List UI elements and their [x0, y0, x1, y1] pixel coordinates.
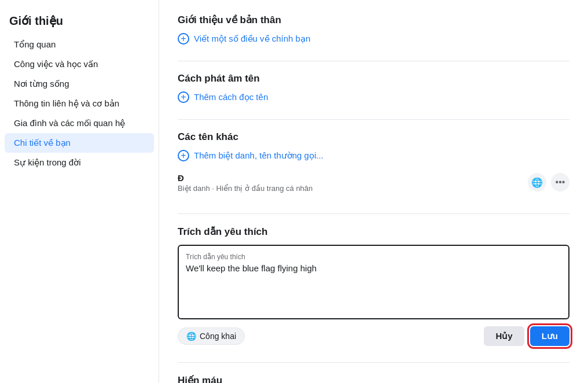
privacy-label: Công khai: [200, 332, 236, 341]
add-intro-icon: +: [178, 33, 189, 45]
divider-2: [178, 119, 569, 120]
action-row: 🌐 Công khai Hủy Lưu: [178, 326, 569, 346]
divider-4: [178, 362, 569, 363]
add-nickname-button[interactable]: + Thêm biệt danh, tên thường gọi...: [178, 150, 569, 161]
nickname-char: Đ: [178, 173, 313, 183]
nickname-sub: Biệt danh · Hiển thị ở đầu trang cá nhân: [178, 184, 313, 193]
sidebar-item-thong-tin[interactable]: Thông tin liên hệ và cơ bản: [5, 94, 154, 113]
nickname-privacy-icon[interactable]: 🌐: [528, 173, 546, 192]
add-intro-label: Viết một số điều về chính bạn: [194, 34, 310, 44]
sidebar-item-cong-viec[interactable]: Công việc và học vấn: [5, 54, 154, 74]
add-nickname-icon: +: [178, 150, 189, 161]
add-nickname-label: Thêm biệt danh, tên thường gọi...: [194, 150, 324, 161]
section-other-names-title: Các tên khác: [178, 131, 569, 143]
cancel-button[interactable]: Hủy: [484, 326, 524, 346]
section-intro-title: Giới thiệu về bản thân: [178, 14, 569, 26]
section-blood: Hiến máu + Tìm hiểu về hiến máu: [178, 374, 569, 383]
add-pronunciation-icon: +: [178, 91, 189, 103]
section-quote-title: Trích dẫn yêu thích: [178, 226, 569, 238]
section-pronunciation-title: Cách phát âm tên: [178, 73, 569, 84]
quote-textarea-label: Trích dẫn yêu thích: [186, 253, 561, 261]
section-intro: Giới thiệu về bản thân + Viết một số điề…: [178, 14, 569, 45]
divider-1: [178, 61, 569, 61]
nickname-row: Đ Biệt danh · Hiển thị ở đầu trang cá nh…: [178, 168, 569, 197]
sidebar-title: Giới thiệu: [0, 9, 159, 35]
sidebar: Giới thiệu Tổng quanCông việc và học vấn…: [0, 0, 159, 383]
save-button[interactable]: Lưu: [530, 326, 569, 346]
sidebar-item-noi-song[interactable]: Nơi từng sống: [5, 74, 154, 94]
nickname-info: Đ Biệt danh · Hiển thị ở đầu trang cá nh…: [178, 173, 313, 193]
sidebar-item-tong-quan[interactable]: Tổng quan: [5, 35, 154, 54]
sidebar-item-gia-dinh[interactable]: Gia đình và các mối quan hệ: [5, 113, 154, 133]
quote-textarea-wrapper: Trích dẫn yêu thích: [178, 245, 569, 319]
section-blood-title: Hiến máu: [178, 374, 569, 383]
privacy-icon: 🌐: [186, 332, 196, 341]
btn-group: Hủy Lưu: [484, 326, 569, 346]
section-other-names: Các tên khác + Thêm biệt danh, tên thườn…: [178, 131, 569, 197]
add-pronunciation-label: Thêm cách đọc tên: [194, 92, 268, 102]
nickname-actions: 🌐 •••: [528, 173, 569, 192]
privacy-button[interactable]: 🌐 Công khai: [178, 327, 245, 345]
add-pronunciation-button[interactable]: + Thêm cách đọc tên: [178, 91, 569, 103]
quote-textarea[interactable]: [186, 263, 561, 310]
sidebar-item-chi-tiet[interactable]: Chi tiết về bạn: [5, 133, 154, 153]
section-pronunciation: Cách phát âm tên + Thêm cách đọc tên: [178, 73, 569, 103]
section-quote: Trích dẫn yêu thích Trích dẫn yêu thích …: [178, 226, 569, 346]
main-content: Giới thiệu về bản thân + Viết một số điề…: [159, 0, 588, 383]
sidebar-item-su-kien[interactable]: Sự kiện trong đời: [5, 153, 154, 172]
nickname-more-icon[interactable]: •••: [551, 173, 569, 192]
divider-3: [178, 213, 569, 214]
add-intro-button[interactable]: + Viết một số điều về chính bạn: [178, 33, 569, 45]
